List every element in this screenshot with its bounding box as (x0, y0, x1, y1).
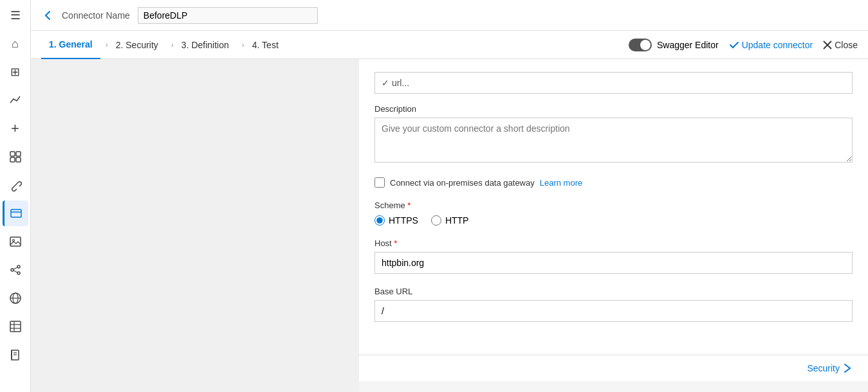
image-icon[interactable] (3, 229, 28, 254)
tab-general[interactable]: 1. General (41, 31, 100, 59)
swagger-toggle-switch[interactable] (629, 39, 652, 51)
left-panel (31, 59, 359, 392)
url-partial-display: ✓ url... (374, 72, 853, 94)
link-icon[interactable] (3, 172, 28, 198)
right-panel: ✓ url... Description Connect via on-prem… (359, 59, 868, 392)
learn-more-link[interactable]: Learn more (540, 178, 582, 188)
host-label: Host * (374, 238, 853, 248)
share-icon[interactable] (3, 257, 28, 283)
connector-name-label: Connector Name (62, 10, 130, 21)
update-connector-button[interactable]: Update connector (729, 40, 813, 50)
footer-bar: Security (359, 355, 868, 381)
svg-rect-1 (16, 152, 21, 156)
https-label: HTTPS (389, 215, 418, 226)
back-button[interactable] (41, 9, 54, 22)
http-radio[interactable] (431, 215, 441, 226)
tab-test[interactable]: 4. Test (245, 31, 286, 59)
host-input[interactable] (374, 252, 853, 274)
tab-list: 1. General › 2. Security › 3. Definition… (41, 31, 629, 59)
svg-rect-0 (10, 152, 15, 156)
add-icon[interactable]: + (3, 116, 28, 141)
gateway-checkbox[interactable] (374, 177, 385, 188)
close-button[interactable]: Close (823, 40, 858, 50)
svg-point-8 (12, 240, 14, 242)
tab-security[interactable]: 2. Security (108, 31, 166, 59)
scheme-required: * (407, 200, 411, 210)
svg-line-12 (14, 267, 17, 269)
table-icon[interactable] (3, 314, 28, 339)
topbar: Connector Name (31, 0, 868, 31)
grid-icon[interactable] (3, 144, 28, 170)
base-url-input[interactable] (374, 300, 853, 322)
description-label: Description (374, 104, 853, 114)
home-icon[interactable]: ⌂ (3, 31, 28, 57)
swagger-editor-toggle[interactable]: Swagger Editor (629, 39, 719, 51)
globe-icon[interactable] (3, 285, 28, 311)
tab-definition[interactable]: 3. Definition (174, 31, 237, 59)
scheme-label: Scheme * (374, 200, 853, 210)
http-option[interactable]: HTTP (431, 215, 469, 226)
form-card: ✓ url... Description Connect via on-prem… (359, 59, 868, 355)
connector-icon[interactable] (3, 200, 28, 226)
svg-rect-17 (10, 321, 21, 332)
description-input[interactable] (374, 118, 853, 163)
https-radio[interactable] (374, 215, 385, 226)
svg-line-13 (14, 271, 17, 272)
chart-icon[interactable] (3, 87, 28, 113)
host-required: * (394, 238, 397, 248)
tab-actions: Swagger Editor Update connector Close (629, 39, 858, 51)
https-option[interactable]: HTTPS (374, 215, 418, 226)
host-group: Host * (374, 238, 853, 274)
security-link[interactable]: Security (807, 363, 853, 373)
content-area: ✓ url... Description Connect via on-prem… (31, 59, 868, 392)
menu-icon[interactable]: ☰ (3, 3, 28, 28)
svg-rect-3 (16, 157, 21, 162)
gateway-checkbox-row: Connect via on-premises data gateway Lea… (374, 177, 853, 188)
scheme-radio-group: HTTPS HTTP (374, 215, 853, 226)
connector-name-input[interactable] (138, 7, 318, 24)
svg-rect-2 (10, 157, 15, 162)
swagger-editor-label: Swagger Editor (657, 40, 719, 50)
svg-point-9 (17, 265, 20, 268)
svg-rect-5 (11, 209, 21, 217)
description-group: Description (374, 104, 853, 165)
gateway-label: Connect via on-premises data gateway (390, 178, 535, 188)
apps-icon[interactable]: ⊞ (3, 59, 28, 85)
base-url-group: Base URL (374, 287, 853, 322)
svg-rect-7 (10, 237, 21, 246)
main-area: Connector Name 1. General › 2. Security … (31, 0, 868, 392)
scheme-group: Scheme * HTTPS HTTP (374, 200, 853, 226)
book-icon[interactable] (3, 342, 28, 368)
tabbar: 1. General › 2. Security › 3. Definition… (31, 31, 868, 59)
svg-point-11 (17, 272, 20, 274)
base-url-label: Base URL (374, 287, 853, 296)
svg-line-4 (14, 184, 17, 186)
svg-point-10 (11, 269, 14, 271)
http-label: HTTP (445, 215, 469, 226)
sidebar: ☰ ⌂ ⊞ + (0, 0, 31, 392)
